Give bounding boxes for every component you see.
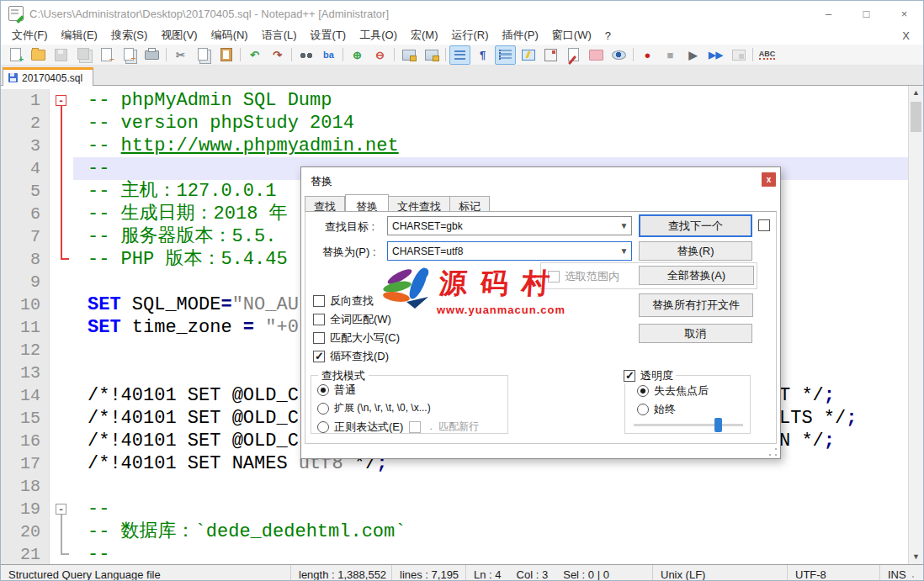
macro-run-multiple-icon[interactable]: ▶▶: [705, 45, 726, 65]
checkbox[interactable]: [409, 421, 421, 433]
menu-item[interactable]: ?: [598, 28, 618, 44]
backward-direction-checkbox[interactable]: 反向查找: [313, 293, 374, 309]
open-file-icon[interactable]: [28, 45, 49, 65]
fold-margin[interactable]: [50, 135, 73, 157]
checkbox[interactable]: [548, 271, 560, 283]
redo-icon[interactable]: ↷: [267, 45, 288, 65]
menu-item[interactable]: 插件(P): [496, 26, 545, 45]
macro-record-icon[interactable]: ●: [637, 45, 658, 65]
sync-horizontal-icon[interactable]: [421, 45, 442, 65]
fold-margin[interactable]: [50, 112, 73, 135]
dialog-resize-grip[interactable]: [768, 447, 778, 457]
transparency-checkbox[interactable]: 透明度: [621, 368, 676, 383]
radio[interactable]: [317, 421, 329, 433]
minimize-button[interactable]: –: [810, 1, 847, 26]
chevron-down-icon[interactable]: ▼: [617, 221, 631, 230]
find-icon[interactable]: [295, 45, 316, 65]
fold-margin[interactable]: [50, 316, 73, 339]
fold-margin[interactable]: [50, 452, 73, 475]
fold-margin[interactable]: -: [50, 498, 73, 520]
on-losing-focus-radio[interactable]: 失去焦点后: [637, 383, 709, 399]
checkbox[interactable]: [624, 370, 635, 382]
replace-icon[interactable]: ba: [318, 45, 339, 65]
menu-item[interactable]: 搜索(S): [104, 26, 154, 45]
fold-margin[interactable]: [50, 271, 73, 293]
checkbox[interactable]: [313, 295, 325, 307]
macro-play-icon[interactable]: ▶: [682, 45, 704, 65]
search-mode-regex-radio[interactable]: 正则表达式(E): [317, 420, 403, 435]
fold-margin[interactable]: [50, 248, 73, 271]
cursor-position-status[interactable]: Ln : 4 Col : 3 Sel : 0 | 0: [466, 565, 653, 581]
spell-check-icon[interactable]: ABC: [757, 45, 778, 65]
maximize-button[interactable]: □: [847, 1, 885, 26]
in-selection-checkbox[interactable]: 选取范围内: [548, 269, 619, 284]
fold-margin[interactable]: [50, 339, 73, 362]
scroll-up-icon[interactable]: ▲: [909, 86, 923, 100]
find-what-combobox[interactable]: CHARSET=gbk ▼: [387, 216, 632, 235]
wrap-around-checkbox[interactable]: 循环查找(D): [313, 349, 389, 364]
eol-format-status[interactable]: Unix (LF): [653, 565, 788, 581]
copy-icon[interactable]: [193, 45, 214, 65]
window-resize-grip[interactable]: [906, 575, 914, 581]
chevron-down-icon[interactable]: ▼: [617, 246, 631, 256]
radio[interactable]: [637, 385, 649, 397]
fold-collapse-icon[interactable]: -: [56, 504, 66, 515]
menu-item[interactable]: 宏(M): [404, 26, 445, 45]
code-text[interactable]: -- version phpStudy 2014: [73, 112, 909, 135]
close-all-icon[interactable]: −: [119, 45, 140, 65]
match-case-checkbox[interactable]: 匹配大小写(C): [313, 330, 400, 346]
close-file-icon[interactable]: −: [96, 45, 117, 65]
fold-margin[interactable]: [50, 362, 73, 384]
search-mode-extended-radio[interactable]: 扩展 (\n, \r, \t, \0, \x...): [317, 401, 431, 415]
save-all-icon[interactable]: [73, 45, 94, 65]
fold-margin[interactable]: [50, 520, 73, 543]
code-text[interactable]: [73, 475, 909, 498]
macro-stop-icon[interactable]: ■: [660, 45, 681, 65]
new-file-icon[interactable]: +: [5, 45, 26, 65]
cut-icon[interactable]: ✂: [170, 45, 191, 65]
fold-margin[interactable]: [50, 157, 73, 180]
radio[interactable]: [317, 384, 329, 396]
menu-item[interactable]: 视图(V): [154, 26, 204, 45]
undo-icon[interactable]: ↶: [244, 45, 265, 65]
macro-save-icon[interactable]: [728, 45, 749, 65]
insert-mode-status[interactable]: INS: [880, 565, 923, 581]
fold-margin[interactable]: -: [50, 89, 73, 112]
close-button[interactable]: ×: [885, 1, 923, 26]
fold-margin[interactable]: [50, 543, 73, 564]
code-text[interactable]: --: [73, 543, 909, 564]
code-text[interactable]: -- 数据库：`dede_dedehtml.com`: [73, 520, 909, 543]
menu-item[interactable]: 设置(T): [304, 26, 353, 45]
checkbox[interactable]: [313, 332, 325, 344]
word-wrap-icon[interactable]: [449, 45, 470, 65]
fold-margin[interactable]: [50, 180, 73, 203]
encoding-status[interactable]: UTF-8: [788, 565, 880, 581]
vertical-scrollbar[interactable]: ▲ ▼: [908, 86, 923, 564]
cancel-button[interactable]: 取消: [639, 324, 752, 343]
menubar-close-icon[interactable]: X: [899, 29, 913, 42]
paste-icon[interactable]: [215, 45, 236, 65]
replace-button[interactable]: 替换(R): [639, 241, 752, 261]
slider-thumb[interactable]: [714, 418, 722, 432]
transparency-slider[interactable]: [634, 418, 743, 432]
always-radio[interactable]: 始终: [637, 402, 676, 417]
menu-item[interactable]: 编码(N): [204, 26, 255, 45]
scrollbar-thumb[interactable]: [911, 102, 921, 132]
direction-toggle-checkbox[interactable]: [758, 219, 770, 231]
radio[interactable]: [637, 404, 649, 415]
checkbox[interactable]: [758, 219, 770, 231]
replace-all-button[interactable]: 全部替换(A): [639, 266, 754, 285]
code-text[interactable]: --: [73, 498, 909, 520]
fold-margin[interactable]: [50, 407, 73, 430]
checkbox[interactable]: [313, 351, 325, 362]
save-icon[interactable]: [50, 45, 72, 65]
search-mode-normal-radio[interactable]: 普通: [317, 383, 356, 398]
menu-item[interactable]: 编辑(E): [55, 26, 104, 45]
zoom-out-icon[interactable]: ⊖: [369, 45, 390, 65]
fold-collapse-icon[interactable]: -: [56, 95, 66, 106]
dot-matches-newline-checkbox[interactable]: ． 匹配新行: [409, 420, 479, 434]
fold-margin[interactable]: [50, 203, 73, 225]
zoom-in-icon[interactable]: ⊕: [347, 45, 368, 65]
slider-track[interactable]: [634, 424, 743, 426]
fold-margin[interactable]: [50, 475, 73, 498]
